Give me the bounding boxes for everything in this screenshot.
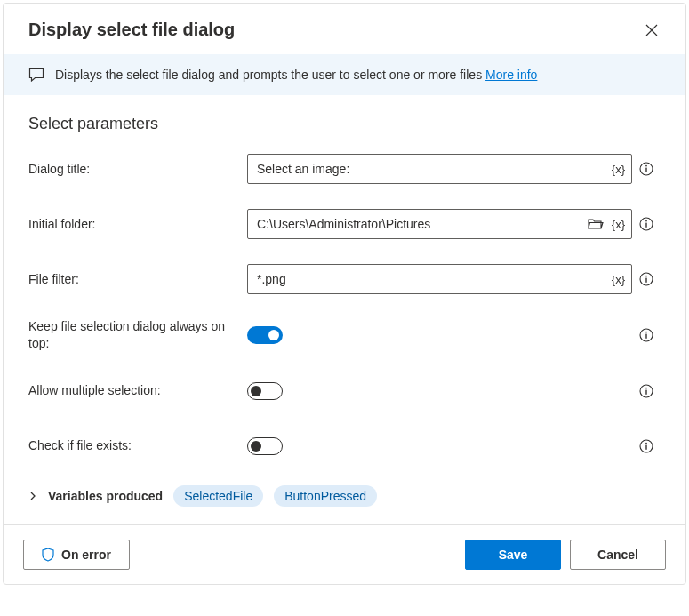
info-icon — [639, 384, 653, 398]
more-info-link[interactable]: More info — [485, 68, 537, 82]
info-icon — [639, 328, 653, 342]
chevron-right-icon — [28, 492, 37, 500]
input-wrap: {x} — [247, 264, 632, 294]
help-button[interactable] — [632, 162, 661, 176]
svg-rect-17 — [645, 444, 646, 449]
variable-chip[interactable]: ButtonPressed — [274, 485, 377, 507]
close-icon — [645, 24, 658, 36]
field-label: Initial folder: — [28, 216, 247, 233]
help-button[interactable] — [632, 328, 661, 342]
banner-text: Displays the select file dialog and prom… — [55, 68, 537, 82]
help-button[interactable] — [632, 384, 661, 398]
comment-icon — [28, 67, 44, 83]
info-icon — [639, 439, 653, 453]
svg-rect-8 — [645, 278, 646, 283]
field-check-exists: Check if file exists: — [28, 430, 661, 462]
help-button[interactable] — [632, 272, 661, 286]
field-label: Check if file exists: — [28, 437, 247, 454]
field-file-filter: File filter: {x} — [28, 263, 661, 295]
field-label: Keep file selection dialog always on top… — [28, 318, 247, 352]
svg-rect-5 — [645, 223, 646, 228]
help-button[interactable] — [632, 217, 661, 231]
input-wrap: {x} — [247, 154, 632, 184]
variables-produced-row: Variables produced SelectedFile ButtonPr… — [28, 485, 661, 507]
svg-point-13 — [645, 387, 647, 388]
always-on-top-toggle[interactable] — [247, 326, 283, 344]
expand-variables-button[interactable] — [28, 492, 37, 500]
variable-picker-icon[interactable]: {x} — [609, 273, 631, 286]
cancel-button[interactable]: Cancel — [570, 540, 666, 570]
multi-select-toggle[interactable] — [247, 382, 283, 400]
initial-folder-input[interactable] — [248, 210, 582, 238]
dialog-title: Display select file dialog — [28, 20, 235, 40]
svg-point-7 — [645, 276, 647, 277]
field-label: Dialog title: — [28, 161, 247, 178]
svg-point-4 — [645, 220, 647, 222]
dialog-title-input[interactable] — [248, 155, 609, 183]
svg-rect-11 — [645, 333, 646, 338]
section-title: Select parameters — [28, 115, 661, 133]
close-button[interactable] — [643, 21, 661, 39]
dialog-container: Display select file dialog Displays the … — [3, 3, 686, 585]
field-always-on-top: Keep file selection dialog always on top… — [28, 318, 661, 352]
variable-picker-icon[interactable]: {x} — [609, 163, 631, 176]
dialog-header: Display select file dialog — [4, 4, 685, 54]
dialog-content: Select parameters Dialog title: {x} Init… — [4, 95, 685, 524]
info-icon — [639, 162, 653, 176]
info-icon — [639, 217, 653, 231]
variable-picker-icon[interactable]: {x} — [609, 218, 631, 231]
svg-rect-2 — [645, 168, 646, 172]
field-multi-select: Allow multiple selection: — [28, 375, 661, 407]
svg-rect-14 — [645, 389, 646, 394]
dialog-footer: On error Save Cancel — [4, 524, 685, 584]
input-wrap: {x} — [247, 209, 632, 239]
file-filter-input[interactable] — [248, 265, 609, 293]
shield-icon — [42, 548, 54, 562]
variables-label: Variables produced — [48, 489, 163, 503]
svg-point-10 — [645, 332, 647, 333]
save-button[interactable]: Save — [465, 540, 561, 570]
field-label: File filter: — [28, 271, 247, 288]
check-exists-toggle[interactable] — [247, 437, 283, 455]
browse-folder-button[interactable] — [582, 218, 609, 230]
field-dialog-title: Dialog title: {x} — [28, 153, 661, 185]
svg-point-16 — [645, 442, 647, 444]
info-banner: Displays the select file dialog and prom… — [4, 54, 685, 95]
variable-chip[interactable]: SelectedFile — [173, 485, 263, 507]
help-button[interactable] — [632, 439, 661, 453]
folder-icon — [588, 218, 604, 230]
info-icon — [639, 272, 653, 286]
field-initial-folder: Initial folder: {x} — [28, 208, 661, 240]
svg-point-1 — [645, 165, 647, 167]
field-label: Allow multiple selection: — [28, 382, 247, 399]
on-error-button[interactable]: On error — [23, 540, 130, 570]
